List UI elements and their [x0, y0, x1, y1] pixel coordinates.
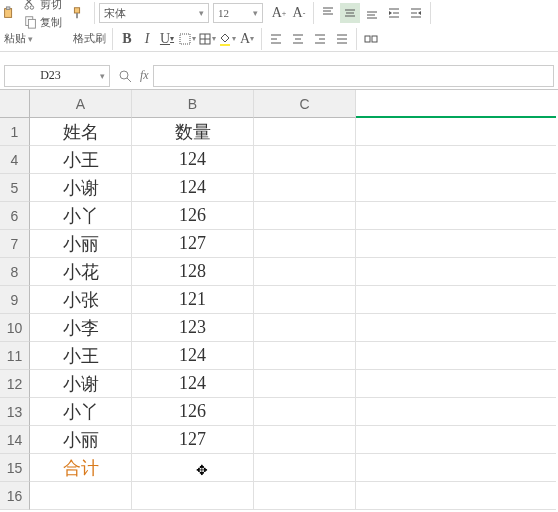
cell[interactable]: 小丽 — [30, 426, 132, 454]
align-left-button[interactable] — [266, 29, 286, 49]
row-header[interactable]: 12 — [0, 370, 30, 398]
cell[interactable]: 126 — [132, 202, 254, 230]
cell[interactable]: 126 — [132, 398, 254, 426]
cell[interactable] — [254, 118, 356, 146]
justify-button[interactable] — [332, 29, 352, 49]
cell[interactable]: 123 — [132, 314, 254, 342]
cell[interactable]: 小李 — [30, 314, 132, 342]
cell[interactable] — [356, 342, 556, 370]
cell[interactable]: ✥ — [132, 454, 254, 482]
indent-increase-button[interactable] — [406, 3, 426, 23]
cell[interactable]: 小丽 — [30, 230, 132, 258]
cell[interactable] — [254, 426, 356, 454]
cell[interactable]: 小谢 — [30, 370, 132, 398]
column-header[interactable] — [356, 90, 556, 118]
align-bottom-button[interactable] — [362, 3, 382, 23]
cell[interactable] — [356, 426, 556, 454]
cell[interactable]: 127 — [132, 426, 254, 454]
cell[interactable] — [254, 342, 356, 370]
cell[interactable] — [254, 286, 356, 314]
indent-decrease-button[interactable] — [384, 3, 404, 23]
row-header[interactable]: 5 — [0, 174, 30, 202]
cell[interactable] — [30, 482, 132, 510]
cell[interactable]: 128 — [132, 258, 254, 286]
cell[interactable]: 124 — [132, 342, 254, 370]
select-all-corner[interactable] — [0, 90, 30, 118]
column-header[interactable]: B — [132, 90, 254, 118]
brush-icon[interactable] — [70, 6, 84, 20]
font-size-select[interactable]: 12 ▾ — [213, 3, 263, 23]
cell[interactable]: 小丫 — [30, 202, 132, 230]
cell[interactable]: 124 — [132, 174, 254, 202]
cell[interactable] — [356, 146, 556, 174]
name-box[interactable]: D23 ▾ — [4, 65, 110, 87]
cell[interactable] — [254, 230, 356, 258]
fill-color-button[interactable]: ▾ — [217, 29, 237, 49]
italic-button[interactable]: I — [137, 29, 157, 49]
cell[interactable]: 小谢 — [30, 174, 132, 202]
paste-label[interactable]: 粘贴 — [2, 30, 28, 47]
cell[interactable] — [356, 314, 556, 342]
row-header[interactable]: 10 — [0, 314, 30, 342]
cell[interactable] — [254, 454, 356, 482]
cell[interactable] — [254, 174, 356, 202]
cell[interactable]: 数量 — [132, 118, 254, 146]
row-header[interactable]: 4 — [0, 146, 30, 174]
row-header[interactable]: 7 — [0, 230, 30, 258]
align-right-button[interactable] — [310, 29, 330, 49]
cell[interactable]: 121 — [132, 286, 254, 314]
row-header[interactable]: 15 — [0, 454, 30, 482]
cell[interactable]: 小花 — [30, 258, 132, 286]
cell[interactable] — [356, 258, 556, 286]
merge-button[interactable] — [361, 29, 381, 49]
row-header[interactable]: 6 — [0, 202, 30, 230]
formula-input[interactable] — [153, 65, 554, 87]
align-top-button[interactable] — [318, 3, 338, 23]
cell[interactable] — [254, 482, 356, 510]
fill-pattern-button[interactable]: ▾ — [197, 29, 217, 49]
row-header[interactable]: 8 — [0, 258, 30, 286]
cell[interactable]: 合计 — [30, 454, 132, 482]
cell[interactable] — [254, 258, 356, 286]
row-header[interactable]: 9 — [0, 286, 30, 314]
cell[interactable]: 小王 — [30, 342, 132, 370]
column-header[interactable]: C — [254, 90, 356, 118]
column-header[interactable]: A — [30, 90, 132, 118]
align-middle-button[interactable] — [340, 3, 360, 23]
copy-button[interactable]: 复制 — [22, 14, 64, 31]
insert-function-button[interactable] — [114, 65, 136, 87]
spreadsheet-grid[interactable]: ABC1姓名数量4小王1245小谢1246小丫1267小丽1278小花1289小… — [0, 90, 558, 510]
cell[interactable] — [356, 482, 556, 510]
cell[interactable]: 124 — [132, 146, 254, 174]
align-center-button[interactable] — [288, 29, 308, 49]
cell[interactable]: 小王 — [30, 146, 132, 174]
cell[interactable]: 124 — [132, 370, 254, 398]
increase-font-button[interactable]: A+ — [269, 3, 289, 23]
cell[interactable] — [356, 174, 556, 202]
font-color-button[interactable]: A▾ — [237, 29, 257, 49]
cell[interactable] — [132, 482, 254, 510]
cell[interactable] — [254, 370, 356, 398]
row-header[interactable]: 13 — [0, 398, 30, 426]
underline-button[interactable]: U▾ — [157, 29, 177, 49]
cell[interactable]: 小丫 — [30, 398, 132, 426]
cell[interactable] — [254, 202, 356, 230]
cell[interactable] — [356, 454, 556, 482]
bold-button[interactable]: B — [117, 29, 137, 49]
font-name-select[interactable]: 宋体 ▾ — [99, 3, 209, 23]
cell[interactable]: 127 — [132, 230, 254, 258]
cell[interactable] — [254, 146, 356, 174]
cell[interactable] — [356, 370, 556, 398]
border-button[interactable]: ▾ — [177, 29, 197, 49]
cell[interactable] — [254, 398, 356, 426]
decrease-font-button[interactable]: A- — [289, 3, 309, 23]
cut-button[interactable]: 剪切 — [22, 0, 64, 13]
cell[interactable]: 小张 — [30, 286, 132, 314]
row-header[interactable]: 16 — [0, 482, 30, 510]
cell[interactable] — [254, 314, 356, 342]
cell[interactable] — [356, 230, 556, 258]
cell[interactable] — [356, 286, 556, 314]
cell[interactable] — [356, 398, 556, 426]
row-header[interactable]: 1 — [0, 118, 30, 146]
cell[interactable] — [356, 202, 556, 230]
